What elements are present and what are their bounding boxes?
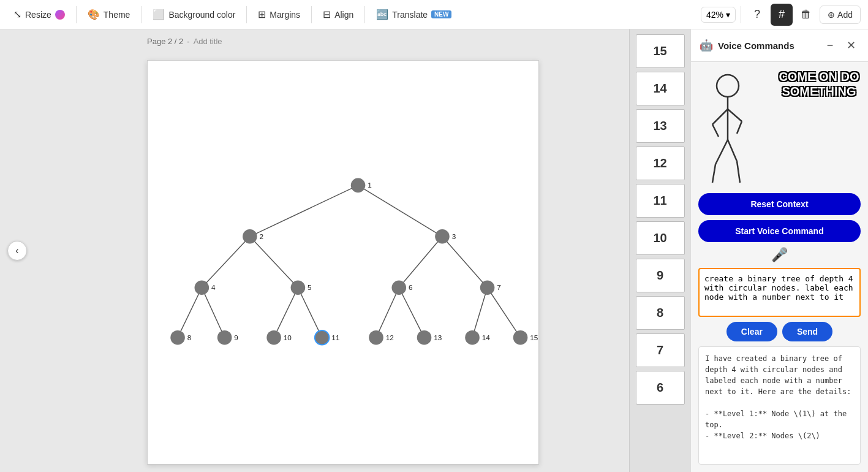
resize-button[interactable]: ⤡ Resize [7,5,71,24]
tree-node[interactable]: 11 [315,330,340,345]
send-button[interactable]: Send [782,322,832,341]
tree-edge [472,287,488,337]
voice-input[interactable] [698,268,861,317]
tree-node[interactable]: 6 [392,280,413,295]
tree-edge [250,185,358,236]
page-info: Page 2 / 2 [147,37,183,46]
tree-node[interactable]: 13 [417,330,442,345]
node-circle [291,280,306,295]
tree-node[interactable]: 1 [351,178,372,193]
settings-button[interactable]: # [771,4,793,26]
start-voice-command-button[interactable]: Start Voice Command [698,220,861,242]
tree-node[interactable]: 3 [435,229,456,244]
thumbnail-item[interactable]: 6 [636,371,685,405]
tree-node[interactable]: 15 [513,330,538,345]
thumbnail-item[interactable]: 14 [636,72,685,105]
node-circle [351,178,366,193]
theme-label: Theme [104,10,130,20]
translate-button[interactable]: 🔤 Translate NEW [370,5,458,24]
node-circle [465,330,480,345]
thumbnail-item[interactable]: 15 [636,34,685,68]
margins-label: Margins [270,10,300,20]
node-circle [195,280,209,295]
node-label: 6 [409,283,413,291]
node-label: 1 [368,181,372,189]
svg-line-9 [737,161,740,183]
voice-panel-controls: − ✕ [821,37,859,54]
separator-6 [741,6,741,23]
thumbnail-item[interactable]: 13 [636,109,685,143]
node-circle [369,330,383,345]
separator-5 [364,6,365,23]
prev-page-button[interactable]: ‹ [7,241,27,261]
align-button[interactable]: ⊟ Align [317,5,360,24]
page-title[interactable]: Add title [194,37,222,46]
margins-button[interactable]: ⊞ Margins [252,5,306,24]
svg-line-5 [737,121,742,134]
node-circle [417,330,432,345]
chevron-down-icon: ▾ [726,10,730,20]
tree-edge [250,237,298,287]
reset-context-button[interactable]: Reset Context [698,193,861,215]
thumbnail-item[interactable]: 8 [636,296,685,330]
delete-button[interactable]: 🗑 [795,4,817,26]
new-badge: NEW [431,10,451,18]
separator-4 [311,6,312,23]
voice-commands-panel: 🤖 Voice Commands − ✕ [690,29,868,472]
meme-text: COME ON DO SOMETHING [779,69,859,99]
svg-line-7 [712,164,715,183]
tree-node[interactable]: 12 [369,330,394,345]
tree-node[interactable]: 9 [217,330,238,345]
main-area: Page 2 / 2 - Add title ‹ 123456789101112… [0,29,868,472]
theme-button[interactable]: 🎨 Theme [81,5,137,24]
tree-node[interactable]: 8 [170,330,191,345]
minimize-button[interactable]: − [821,37,839,54]
tree-edge [376,287,399,337]
add-label: Add [837,10,853,20]
tree-node[interactable]: 7 [480,280,501,295]
node-label: 2 [260,232,264,240]
node-circle [435,229,450,244]
separator-2 [141,6,142,23]
bg-color-button[interactable]: ⬜ Background color [146,5,241,24]
zoom-level: 42% [706,10,723,20]
thumbnail-item[interactable]: 12 [636,147,685,180]
toolbar: ⤡ Resize 🎨 Theme ⬜ Background color ⊞ Ma… [0,0,868,29]
node-circle [243,229,257,244]
node-label: 8 [187,333,192,341]
meme-container: COME ON DO SOMETHING [698,69,861,186]
tree-edge [442,237,488,287]
help-button[interactable]: ? [746,4,768,26]
close-button[interactable]: ✕ [842,37,859,54]
zoom-control[interactable]: 42% ▾ [701,7,736,23]
translate-icon: 🔤 [376,9,388,20]
node-circle [170,330,185,345]
thumbnail-item[interactable]: 10 [636,221,685,255]
tree-edge [399,287,424,337]
thumbnail-item[interactable]: 7 [636,333,685,367]
bg-color-icon: ⬜ [153,9,165,20]
node-circle [392,280,407,295]
tree-edge [298,287,322,337]
canvas-area: Page 2 / 2 - Add title ‹ 123456789101112… [0,29,629,472]
separator-3 [246,6,247,23]
clear-button[interactable]: Clear [726,322,777,341]
tree-node[interactable]: 5 [291,280,312,295]
tree-node[interactable]: 4 [195,280,216,295]
node-label: 11 [331,333,339,341]
node-label: 7 [497,283,501,291]
thumbnail-item[interactable]: 11 [636,184,685,218]
voice-input-actions: Clear Send [698,322,861,341]
voice-panel-content: COME ON DO SOMETHING Reset Context Start… [691,62,868,472]
meme-top-text: COME ON DO [779,69,859,84]
svg-line-4 [728,109,742,121]
tree-edge [202,287,224,337]
thumbnail-item[interactable]: 9 [636,259,685,292]
bg-color-label: Background color [168,10,235,20]
tree-edge [358,185,442,236]
svg-line-2 [712,109,728,124]
node-label: 4 [211,283,216,291]
add-button[interactable]: ⊕ Add [820,6,861,24]
tree-node[interactable]: 14 [465,330,490,345]
tree-node[interactable]: 10 [266,330,292,345]
